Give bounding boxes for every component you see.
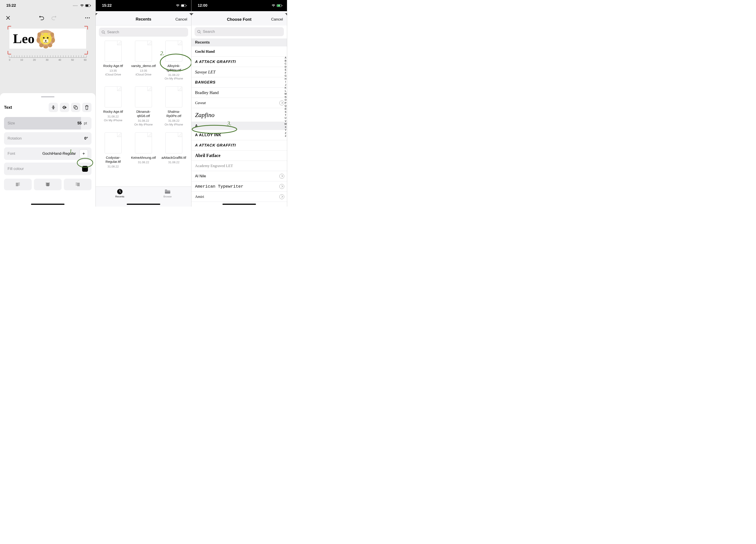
index-letter[interactable]: L: [285, 89, 286, 92]
file-item[interactable]: Codystar-Regular.ttf 31.08.22: [99, 132, 127, 169]
home-indicator[interactable]: [31, 204, 64, 205]
tab-recents[interactable]: Recents: [115, 188, 124, 198]
font-row[interactable]: Zapfino: [191, 108, 287, 122]
search-input[interactable]: Search: [99, 28, 188, 37]
add-font-button[interactable]: +: [79, 149, 88, 158]
index-letter[interactable]: J: [285, 83, 286, 86]
file-item[interactable]: Rocky Age.ttf 13:35iCloud Drive: [99, 41, 127, 81]
index-letter[interactable]: B: [285, 59, 287, 62]
align-left-button[interactable]: [4, 179, 32, 190]
file-meta: 31.08.22: [160, 160, 188, 164]
font-preview-label: Academy Engraved LET: [195, 164, 233, 168]
rotation-row[interactable]: Rotation 0°: [4, 132, 91, 145]
alphabet-index[interactable]: ABCDEFGHIJKLMNOPQRSTUVWXYZ#: [285, 56, 287, 137]
font-row[interactable]: A ATTACK GRAFFITI: [191, 57, 287, 67]
rotation-label: Rotation: [8, 136, 22, 141]
file-item[interactable]: varsity_demo.otf 13:35iCloud Drive: [129, 41, 158, 81]
index-letter[interactable]: #: [285, 135, 286, 137]
cancel-button[interactable]: Cancel: [175, 17, 187, 22]
file-item[interactable]: Shalma-Rp0Pe.otf 31.08.22On My iPhone: [160, 86, 188, 126]
index-letter[interactable]: K: [285, 86, 287, 89]
font-row[interactable]: Abril Fatface: [191, 150, 287, 161]
flip-horizontal-button[interactable]: [60, 103, 69, 112]
font-row[interactable]: Al Nile: [191, 171, 287, 181]
file-item[interactable]: Rocky Age.ttf 31.08.22On My iPhone: [99, 86, 127, 126]
index-letter[interactable]: Q: [285, 104, 287, 107]
index-letter[interactable]: R: [285, 108, 287, 110]
index-letter[interactable]: V: [285, 120, 286, 122]
status-bar: 15:22: [96, 0, 191, 11]
file-item[interactable]: KeineAhnung.otf 31.08.22: [129, 132, 158, 169]
index-letter[interactable]: E: [285, 68, 286, 71]
duplicate-button[interactable]: [71, 103, 80, 112]
font-row[interactable]: A ALLOY INK: [191, 130, 287, 140]
font-row[interactable]: Amiri: [191, 191, 287, 202]
search-input[interactable]: Search: [195, 27, 284, 36]
index-letter[interactable]: A: [285, 56, 287, 59]
align-right-button[interactable]: [64, 179, 91, 190]
sheet-grabber[interactable]: [41, 96, 54, 97]
align-center-button[interactable]: [34, 179, 62, 190]
index-letter[interactable]: T: [285, 114, 286, 116]
file-name: Rocky Age.ttf: [100, 64, 127, 68]
index-letter[interactable]: N: [285, 96, 287, 98]
align-vertical-button[interactable]: [49, 103, 58, 112]
chevron-right-icon: [279, 194, 284, 199]
home-indicator[interactable]: [127, 204, 160, 205]
index-letter[interactable]: F: [285, 71, 286, 74]
index-letter[interactable]: M: [285, 92, 287, 95]
svg-point-9: [36, 38, 40, 43]
battery-icon: [181, 4, 187, 7]
index-letter[interactable]: S: [285, 110, 286, 113]
text-preview[interactable]: Leo: [9, 29, 86, 49]
file-name: Rocky Age.ttf: [100, 110, 127, 114]
index-letter[interactable]: G: [285, 74, 287, 77]
font-row[interactable]: A ATTACK GRAFFITI: [191, 140, 287, 150]
font-row[interactable]: Bradley Hand: [191, 87, 287, 98]
font-row[interactable]: Caveat: [191, 98, 287, 108]
index-letter[interactable]: Z: [285, 132, 286, 134]
index-letter[interactable]: H: [285, 77, 287, 80]
home-indicator[interactable]: [222, 204, 256, 205]
more-icon[interactable]: [85, 15, 90, 21]
svg-line-53: [200, 32, 201, 33]
tab-browse[interactable]: Browse: [164, 188, 172, 198]
font-row[interactable]: BANGERS: [191, 77, 287, 87]
index-letter[interactable]: X: [285, 126, 286, 128]
font-row[interactable]: Academy Engraved LET: [191, 161, 287, 171]
index-letter[interactable]: W: [285, 123, 287, 125]
index-letter[interactable]: D: [285, 65, 287, 68]
redo-icon[interactable]: [51, 15, 56, 21]
svg-rect-43: [186, 5, 187, 6]
file-meta: 31.08.22: [129, 160, 158, 164]
font-row[interactable]: Savoye LET: [191, 67, 287, 77]
undo-icon[interactable]: [39, 15, 44, 21]
cancel-button[interactable]: Cancel: [271, 17, 283, 22]
selection-box[interactable]: Leo: [8, 27, 87, 54]
svg-point-11: [39, 43, 44, 47]
size-row[interactable]: Size 55pt: [4, 117, 91, 129]
rotation-value: 0°: [84, 136, 88, 141]
fill-swatch[interactable]: [82, 166, 88, 172]
delete-button[interactable]: [82, 103, 91, 112]
file-item[interactable]: AlloyInk-lgdWw.otf 31.08.22On My iPhone: [160, 41, 188, 81]
folder-icon: [164, 188, 171, 195]
status-bar: 15:22 ••••: [0, 0, 96, 11]
svg-point-44: [102, 31, 104, 33]
font-row[interactable]: Gochi Hand: [191, 46, 287, 57]
font-row[interactable]: American Typewriter: [191, 181, 287, 191]
clock-icon: [117, 188, 123, 195]
svg-point-24: [53, 108, 54, 109]
index-letter[interactable]: I: [285, 80, 286, 83]
file-item[interactable]: aAttackGraffiti.ttf 31.08.22: [160, 132, 188, 169]
file-item[interactable]: Dknanuk-q6G6.otf 31.08.22On My iPhone: [129, 86, 158, 126]
index-letter[interactable]: U: [285, 117, 287, 119]
index-letter[interactable]: Y: [285, 129, 286, 131]
close-icon[interactable]: [5, 15, 11, 21]
recents-font-list: Gochi HandA ATTACK GRAFFITISavoye LETBAN…: [191, 46, 287, 122]
index-letter[interactable]: P: [285, 102, 286, 104]
font-row[interactable]: Font GochiHand-Regular +: [4, 147, 91, 160]
fill-colour-row[interactable]: Fill colour: [4, 162, 91, 175]
index-letter[interactable]: C: [285, 62, 287, 65]
index-letter[interactable]: O: [285, 98, 287, 101]
